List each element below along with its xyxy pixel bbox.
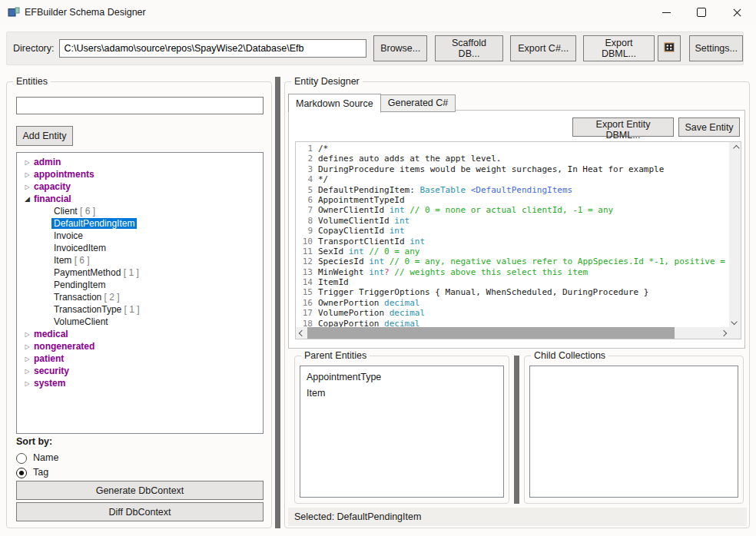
- code-line: 15Trigger TriggerOptions { Manual, WhenS…: [296, 287, 729, 297]
- sort-option-label: Tag: [33, 465, 48, 480]
- expand-icon[interactable]: ▷: [22, 378, 32, 390]
- table-view-button[interactable]: [658, 35, 681, 61]
- child-collections-title: Child Collections: [531, 350, 608, 361]
- radio-unchecked-icon[interactable]: [16, 453, 27, 464]
- line-number: 11: [296, 246, 313, 256]
- export-entity-dbml-button[interactable]: Export Entity DBML...: [572, 117, 674, 137]
- code-line: 11SexId int // 0 = any: [296, 246, 729, 256]
- scroll-down-icon[interactable]: [729, 316, 741, 327]
- radio-checked-icon[interactable]: [16, 468, 27, 478]
- line-number: 2: [296, 154, 313, 164]
- tab-markdown-source[interactable]: Markdown Source: [288, 94, 381, 113]
- code-lines: 1/*2defines auto adds at the appt level.…: [296, 144, 729, 327]
- tab-generated-csharp[interactable]: Generated C#: [381, 94, 456, 112]
- scaffold-db-button[interactable]: Scaffold DB...: [435, 35, 503, 61]
- expand-icon[interactable]: ▷: [22, 329, 32, 341]
- tree-item-nongenerated[interactable]: ▷nongenerated: [17, 340, 263, 352]
- bottom-splitter[interactable]: [514, 356, 519, 504]
- add-entity-button[interactable]: Add Entity: [16, 126, 73, 146]
- sort-option-label: Name: [33, 451, 58, 465]
- expand-icon[interactable]: ▷: [22, 157, 32, 169]
- list-item[interactable]: Item: [300, 385, 503, 402]
- tree-item-financial[interactable]: ◢financial: [17, 193, 263, 205]
- tree-item-volumeclient[interactable]: VolumeClient: [17, 316, 263, 328]
- tree-item-security[interactable]: ▷security: [17, 365, 263, 377]
- scroll-up-icon[interactable]: [729, 142, 741, 154]
- tree-item-invoiceditem[interactable]: InvoicedItem: [17, 242, 263, 254]
- tree-item-medical[interactable]: ▷medical: [17, 328, 263, 340]
- scroll-right-icon[interactable]: [718, 327, 729, 339]
- editor-vertical-scrollbar[interactable]: [729, 142, 741, 327]
- scroll-left-icon[interactable]: [296, 327, 307, 339]
- markdown-editor[interactable]: 1/*2defines auto adds at the appt level.…: [295, 141, 741, 339]
- tree-item-pendingitem[interactable]: PendingItem: [17, 279, 263, 291]
- parent-entities-panel: Parent Entities AppointmentTypeItem: [294, 356, 509, 504]
- tree-item-appointments[interactable]: ▷appointments: [17, 168, 263, 180]
- directory-input[interactable]: [59, 39, 366, 58]
- window-controls: [648, 0, 754, 25]
- tree-group-label: appointments: [34, 169, 94, 180]
- directory-label: Directory:: [13, 43, 54, 54]
- minimize-button[interactable]: [648, 0, 684, 25]
- code-line: 9CopayClientId int: [296, 226, 729, 236]
- panel-splitter[interactable]: [275, 77, 280, 528]
- expand-icon[interactable]: ▷: [22, 341, 32, 353]
- code-line: 7OwnerClientId int // 0 = none or actual…: [296, 205, 729, 215]
- tree-item-patient[interactable]: ▷patient: [17, 352, 263, 365]
- save-entity-button[interactable]: Save Entity: [678, 117, 740, 137]
- expand-icon[interactable]: ▷: [22, 181, 32, 194]
- tree-item-item[interactable]: Item [ 6 ]: [17, 254, 263, 266]
- expand-icon[interactable]: ▷: [22, 353, 32, 366]
- browse-button[interactable]: Browse...: [373, 35, 426, 61]
- list-item[interactable]: AppointmentType: [300, 369, 503, 385]
- tree-item-system[interactable]: ▷system: [17, 377, 263, 389]
- export-csharp-button[interactable]: Export C#...: [510, 35, 576, 61]
- tree-group-label: patient: [34, 353, 64, 364]
- code-line: 4*/: [296, 174, 729, 184]
- tree-item-invoice[interactable]: Invoice: [17, 230, 263, 242]
- maximize-icon: [697, 8, 706, 17]
- code-line: 10TransportClientId int: [296, 237, 729, 246]
- maximize-button[interactable]: [684, 0, 719, 25]
- tree-entity-label: Client: [54, 206, 78, 217]
- generate-dbcontext-button[interactable]: Generate DbContext: [16, 481, 264, 500]
- minimize-icon: [662, 12, 671, 13]
- export-dbml-button[interactable]: Export DBML...: [583, 35, 654, 61]
- tree-item-admin[interactable]: ▷admin: [17, 156, 263, 168]
- tree-entity-label: VolumeClient: [54, 316, 108, 327]
- collapse-icon[interactable]: ◢: [22, 193, 32, 205]
- code-line: 3DuringProcedure items would be weight s…: [296, 164, 729, 174]
- tree-entity-count: [ 1 ]: [121, 304, 139, 315]
- code-line: 13MinWeight int? // weights above this s…: [296, 267, 729, 277]
- tree-item-paymentmethod[interactable]: PaymentMethod [ 1 ]: [17, 266, 263, 279]
- line-number: 18: [296, 319, 313, 327]
- tree-item-capacity[interactable]: ▷capacity: [17, 180, 263, 193]
- tree-item-transactiontype[interactable]: TransactionType [ 1 ]: [17, 303, 263, 316]
- tree-group-label: system: [34, 378, 65, 389]
- code-line: 16OwnerPortion decimal: [296, 298, 729, 308]
- tree-entity-label: Invoice: [54, 230, 83, 241]
- tree-item-transaction[interactable]: Transaction [ 2 ]: [17, 291, 263, 303]
- entity-designer-panel: Entity Designer Markdown Source Generate…: [284, 81, 750, 528]
- sort-option-name[interactable]: Name: [16, 451, 58, 465]
- close-button[interactable]: [719, 0, 754, 25]
- tree-item-client[interactable]: Client [ 6 ]: [17, 205, 263, 217]
- entities-panel-title: Entities: [13, 76, 51, 87]
- entity-filter-input[interactable]: [16, 97, 264, 114]
- tree-group-label: financial: [34, 194, 71, 204]
- horizontal-scroll-thumb[interactable]: [307, 327, 675, 339]
- line-number: 7: [296, 205, 313, 215]
- expand-icon[interactable]: ▷: [22, 169, 32, 181]
- parent-entities-list[interactable]: AppointmentTypeItem: [300, 366, 504, 498]
- entity-tree[interactable]: ▷admin▷appointments▷capacity◢financialCl…: [16, 152, 264, 434]
- tree-item-defaultpendingitem[interactable]: DefaultPendingItem: [17, 217, 263, 230]
- settings-button[interactable]: Settings...: [689, 35, 743, 61]
- sort-option-tag[interactable]: Tag: [16, 465, 58, 480]
- sort-by-label: Sort by:: [16, 436, 52, 447]
- expand-icon[interactable]: ▷: [22, 366, 32, 378]
- status-text: Selected: DefaultPendingItem: [294, 511, 421, 522]
- code-line: 14ItemId: [296, 277, 729, 287]
- child-collections-list[interactable]: [529, 366, 738, 498]
- diff-dbcontext-button[interactable]: Diff DbContext: [16, 502, 264, 521]
- editor-horizontal-scrollbar[interactable]: [296, 327, 729, 339]
